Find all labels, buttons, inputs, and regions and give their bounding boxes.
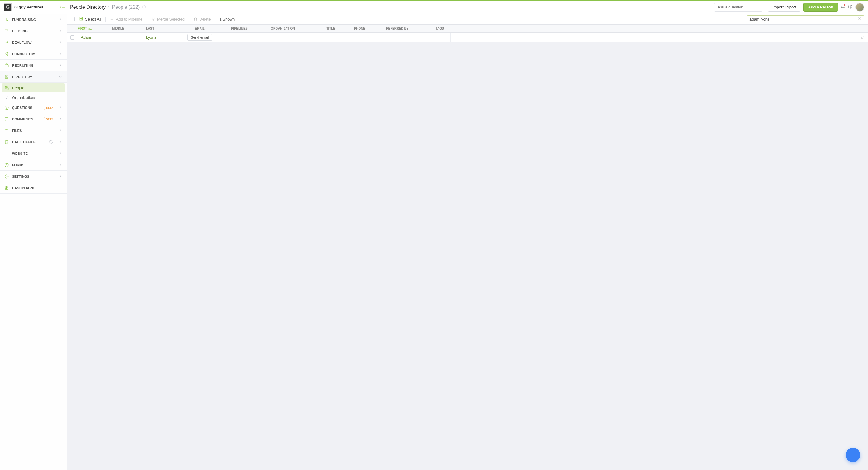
- sort-icon: [88, 26, 92, 31]
- table-search-input[interactable]: [749, 17, 858, 22]
- table-toolbar: Select All Add to Pipeline Merge Selecte…: [67, 14, 868, 25]
- chevron-right-icon: [58, 52, 62, 56]
- sidebar-subitem-people[interactable]: People: [2, 83, 65, 92]
- merge-icon: [151, 17, 155, 22]
- sidebar-collapse-button[interactable]: [59, 5, 66, 9]
- chevron-right-icon: [58, 40, 62, 45]
- col-first[interactable]: FIRST: [67, 25, 109, 32]
- fab-add-button[interactable]: [846, 448, 860, 462]
- col-organization[interactable]: ORGANIZATION: [268, 25, 323, 32]
- col-middle[interactable]: MIDDLE: [109, 25, 143, 32]
- flag-icon: [4, 29, 9, 33]
- sidebar-item-settings[interactable]: SETTINGS: [0, 171, 67, 182]
- sidebar-item-forms[interactable]: FORMS: [0, 159, 67, 171]
- cell-first: Adam: [78, 33, 109, 42]
- chevron-right-icon: [58, 105, 62, 110]
- chevron-right-icon: [58, 140, 62, 145]
- sidebar-item-website[interactable]: WEBSITE: [0, 148, 67, 159]
- add-to-pipeline-button[interactable]: Add to Pipeline: [110, 17, 142, 22]
- table-search[interactable]: [747, 15, 864, 23]
- svg-point-13: [6, 176, 7, 177]
- col-title[interactable]: TITLE: [323, 25, 351, 32]
- sidebar-item-directory[interactable]: DIRECTORY: [0, 71, 67, 83]
- breadcrumb-current: People (222): [112, 4, 140, 10]
- cell-tags: [433, 33, 451, 42]
- notification-dot: [843, 4, 846, 6]
- chevron-down-icon: [58, 74, 62, 79]
- sidebar-item-back-office[interactable]: BACK OFFICE: [0, 136, 67, 148]
- col-tags[interactable]: TAGS: [433, 25, 451, 32]
- global-search[interactable]: [714, 3, 763, 12]
- cell-title: [323, 33, 351, 42]
- cell-edit: [451, 33, 868, 42]
- select-all-checkbox[interactable]: [70, 17, 75, 22]
- sidebar-item-label: DASHBOARD: [12, 186, 62, 190]
- table-row[interactable]: AdamLyonsSend email: [67, 33, 868, 42]
- svg-rect-17: [82, 19, 83, 20]
- sidebar-item-dealflow[interactable]: DEALFLOW: [0, 37, 67, 48]
- chevron-right-icon: [58, 29, 62, 33]
- select-all-button[interactable]: Select All: [79, 17, 101, 22]
- trash-icon: [193, 17, 197, 22]
- help-button[interactable]: [848, 4, 852, 10]
- breadcrumb-root[interactable]: People Directory: [70, 4, 105, 10]
- sidebar-item-questions[interactable]: QUESTIONSBETA: [0, 102, 67, 114]
- info-icon[interactable]: ⓘ: [142, 4, 146, 10]
- last-name-link[interactable]: Lyons: [146, 35, 156, 39]
- sidebar-subitem-organizations[interactable]: Organizations: [0, 93, 67, 102]
- clear-search-button[interactable]: [858, 17, 862, 22]
- chevron-right-icon: ›: [108, 4, 110, 10]
- delete-button[interactable]: Delete: [193, 17, 211, 22]
- sidebar-item-community[interactable]: COMMUNITYBETA: [0, 114, 67, 125]
- import-export-button[interactable]: Import/Export: [768, 3, 801, 12]
- sidebar-item-label: WEBSITE: [12, 152, 55, 155]
- dashboard-icon: [4, 186, 9, 190]
- chevron-right-icon: [58, 17, 62, 22]
- cell-organization: [268, 33, 323, 42]
- sidebar-item-closing[interactable]: CLOSING: [0, 25, 67, 37]
- notifications-button[interactable]: [841, 4, 845, 10]
- sidebar-item-label: FORMS: [12, 163, 55, 167]
- sidebar-item-label: CONNECTORS: [12, 52, 55, 56]
- topbar: G Giggy Ventures People Directory › Peop…: [0, 1, 868, 14]
- sidebar-item-label: SETTINGS: [12, 175, 55, 178]
- svg-rect-10: [5, 140, 8, 144]
- refresh-icon: [49, 140, 53, 145]
- sidebar-item-label: CLOSING: [12, 29, 55, 33]
- table-body: AdamLyonsSend email: [67, 33, 868, 470]
- col-email[interactable]: EMAIL: [172, 25, 228, 32]
- svg-rect-16: [80, 19, 81, 20]
- window-icon: [4, 151, 9, 156]
- merge-button[interactable]: Merge Selected: [151, 17, 185, 22]
- user-avatar[interactable]: [855, 3, 864, 12]
- beta-badge: BETA: [44, 117, 55, 121]
- col-referred-by[interactable]: REFERRED BY: [383, 25, 433, 32]
- edit-icon[interactable]: [861, 35, 865, 39]
- sidebar-item-fundraising[interactable]: FUNDRAISING: [0, 14, 67, 25]
- cell-middle: [109, 33, 143, 42]
- sidebar-item-recruiting[interactable]: RECRUITING: [0, 60, 67, 71]
- sidebar-item-connectors[interactable]: CONNECTORS: [0, 48, 67, 60]
- sidebar-item-label: RECRUITING: [12, 64, 55, 67]
- topbar-actions: Import/Export Add a Person: [768, 3, 864, 12]
- sidebar-item-files[interactable]: FILES: [0, 125, 67, 136]
- cell-referred-by: [383, 33, 433, 42]
- chevron-right-icon: [58, 151, 62, 156]
- send-email-button[interactable]: Send email: [187, 34, 212, 41]
- col-last[interactable]: LAST: [143, 25, 172, 32]
- global-search-input[interactable]: [717, 5, 768, 9]
- chevron-right-icon: [58, 128, 62, 133]
- col-phone[interactable]: PHONE: [351, 25, 383, 32]
- row-checkbox[interactable]: [70, 35, 74, 39]
- chevron-right-icon: [58, 174, 62, 179]
- col-pipelines[interactable]: PIPELINES: [228, 25, 268, 32]
- sidebar-item-dashboard[interactable]: DASHBOARD: [0, 182, 67, 194]
- chevron-right-icon: [58, 117, 62, 122]
- cell-last: Lyons: [143, 33, 172, 42]
- sidebar: FUNDRAISINGCLOSINGDEALFLOWCONNECTORSRECR…: [0, 14, 67, 470]
- select-icon: [79, 17, 83, 22]
- add-person-button[interactable]: Add a Person: [803, 3, 838, 12]
- first-name-link[interactable]: Adam: [81, 35, 91, 39]
- brand: G Giggy Ventures: [4, 3, 67, 11]
- svg-rect-11: [5, 152, 8, 155]
